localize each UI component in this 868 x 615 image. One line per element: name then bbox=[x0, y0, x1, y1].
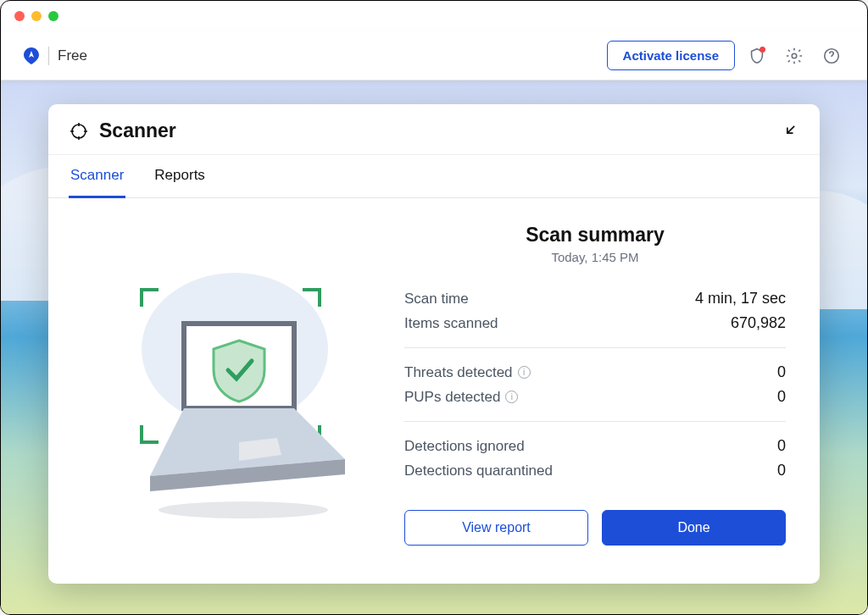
crosshair-icon bbox=[69, 121, 89, 141]
summary-title: Scan summary bbox=[404, 224, 786, 247]
help-icon[interactable] bbox=[816, 41, 847, 71]
svg-point-12 bbox=[159, 501, 328, 518]
svg-point-0 bbox=[792, 53, 797, 58]
scan-time-label: Scan time bbox=[404, 291, 469, 308]
items-scanned-value: 670,982 bbox=[731, 314, 786, 332]
panel-title: Scanner bbox=[99, 119, 176, 142]
pups-value: 0 bbox=[777, 388, 786, 406]
threats-info-icon[interactable]: i bbox=[518, 366, 531, 379]
scanner-panel: Scanner Scanner Reports bbox=[48, 104, 820, 584]
quarantined-value: 0 bbox=[777, 462, 786, 479]
notification-dot-icon bbox=[760, 47, 765, 53]
svg-point-2 bbox=[72, 125, 86, 138]
close-dot[interactable] bbox=[14, 11, 25, 21]
threats-value: 0 bbox=[777, 363, 786, 381]
laptop-illustration bbox=[82, 224, 387, 558]
scan-time-value: 4 min, 17 sec bbox=[695, 290, 786, 308]
row-items-scanned: Items scanned 670,982 bbox=[404, 311, 786, 335]
view-report-button[interactable]: View report bbox=[404, 510, 588, 546]
malwarebytes-logo-icon bbox=[21, 46, 42, 66]
summary-group-overview: Scan time 4 min, 17 sec Items scanned 67… bbox=[404, 286, 786, 348]
summary-timestamp: Today, 1:45 PM bbox=[404, 250, 786, 264]
panel-header: Scanner bbox=[48, 104, 820, 154]
shield-notification-icon[interactable] bbox=[742, 41, 772, 71]
summary-group-actions: Detections ignored 0 Detections quaranti… bbox=[404, 434, 786, 495]
scan-summary: Scan summary Today, 1:45 PM Scan time 4 … bbox=[404, 224, 786, 558]
app-header: Free Activate license bbox=[1, 31, 867, 80]
threats-label: Threats detected bbox=[404, 364, 513, 381]
summary-actions: View report Done bbox=[404, 510, 786, 546]
items-scanned-label: Items scanned bbox=[404, 315, 498, 332]
activate-license-button[interactable]: Activate license bbox=[607, 41, 735, 70]
tab-scanner[interactable]: Scanner bbox=[69, 155, 125, 198]
header-divider bbox=[48, 47, 49, 65]
gear-icon[interactable] bbox=[779, 41, 810, 71]
titlebar bbox=[1, 1, 867, 31]
row-ignored: Detections ignored 0 bbox=[404, 434, 786, 458]
done-button[interactable]: Done bbox=[602, 510, 786, 546]
tab-reports[interactable]: Reports bbox=[153, 155, 207, 198]
zoom-dot[interactable] bbox=[48, 11, 58, 21]
quarantined-label: Detections quarantined bbox=[404, 463, 553, 479]
row-pups: PUPs detected i 0 bbox=[404, 385, 786, 409]
collapse-icon[interactable] bbox=[782, 121, 799, 141]
panel-content: Scan summary Today, 1:45 PM Scan time 4 … bbox=[48, 198, 820, 584]
minimize-dot[interactable] bbox=[31, 11, 42, 21]
pups-info-icon[interactable]: i bbox=[505, 391, 518, 403]
ignored-label: Detections ignored bbox=[404, 438, 525, 455]
summary-group-detections: Threats detected i 0 PUPs detected i 0 bbox=[404, 360, 786, 422]
tabs: Scanner Reports bbox=[48, 154, 820, 198]
subscription-label: Free bbox=[58, 47, 87, 64]
ignored-value: 0 bbox=[777, 437, 786, 455]
row-quarantined: Detections quarantined 0 bbox=[404, 458, 786, 483]
row-scan-time: Scan time 4 min, 17 sec bbox=[404, 286, 786, 311]
row-threats: Threats detected i 0 bbox=[404, 360, 786, 385]
app-window: Free Activate license Scanner Scanner Re… bbox=[0, 0, 868, 615]
pups-label: PUPs detected bbox=[404, 389, 500, 406]
